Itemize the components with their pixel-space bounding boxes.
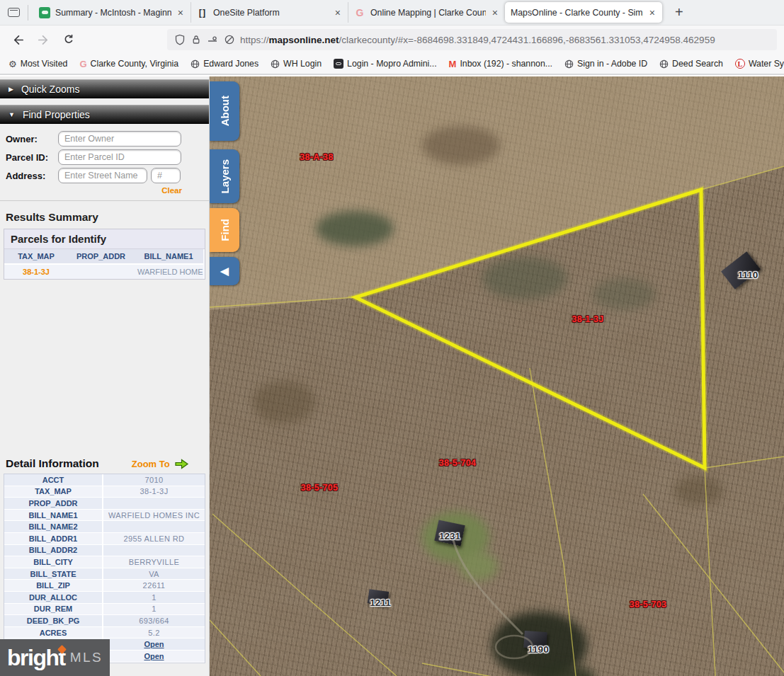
house-number-label: 1110 bbox=[738, 270, 759, 280]
tab-close-icon[interactable]: × bbox=[648, 8, 657, 18]
driveway-loop bbox=[496, 636, 533, 658]
bookmark-label: Water System bbox=[749, 59, 784, 69]
detail-field-value bbox=[103, 521, 205, 532]
owner-input[interactable] bbox=[58, 131, 181, 147]
new-tab-button[interactable]: + bbox=[671, 4, 688, 21]
reload-icon bbox=[62, 33, 75, 46]
street-number-input[interactable] bbox=[151, 168, 181, 183]
open-link[interactable]: Open bbox=[144, 652, 164, 660]
forward-arrow-icon bbox=[37, 33, 50, 47]
zoom-to-arrow-icon[interactable] bbox=[174, 459, 189, 469]
site-favicon bbox=[39, 7, 50, 18]
side-tab-find[interactable]: Find bbox=[210, 208, 239, 252]
bookmark-item[interactable]: Edward Jones bbox=[191, 59, 259, 69]
results-column-header: TAX_MAP bbox=[4, 249, 68, 265]
find-properties-header[interactable]: ▼ Find Properties bbox=[0, 105, 209, 124]
brightmls-logo: bright MLS bbox=[0, 639, 110, 676]
tab-close-icon[interactable]: × bbox=[334, 8, 342, 18]
results-grid: TAX_MAPPROP_ADDRBILL_NAME138-1-3JWARFIEL… bbox=[4, 249, 205, 279]
bookmarks-bar: ⚙Most VisitedGClarke County, VirginiaEdw… bbox=[0, 54, 784, 75]
results-summary-section: Results Summary Parcels for Identify TAX… bbox=[0, 211, 209, 280]
shield-icon[interactable] bbox=[174, 34, 186, 45]
detail-field-label: DUR_ALLOC bbox=[4, 592, 103, 603]
parcel-boundary-line bbox=[422, 663, 496, 676]
bookmark-item[interactable]: Deed Search bbox=[659, 59, 723, 69]
bookmark-label: WH Login bbox=[283, 59, 322, 69]
browser-chrome: Summary - McIntosh - Maginni×[]OneSite P… bbox=[0, 0, 784, 76]
bookmark-item[interactable]: ⚙Most Visited bbox=[8, 59, 67, 69]
reload-button[interactable] bbox=[58, 29, 79, 50]
results-cell-taxmap[interactable]: 38-1-3J bbox=[4, 265, 68, 279]
url-text: https://mapsonline.net/clarkecounty/#x=-… bbox=[240, 35, 715, 45]
tab-overview-icon[interactable] bbox=[4, 5, 23, 21]
find-properties-form: Owner: Parcel ID: Address: Clear bbox=[0, 124, 209, 201]
find-properties-label: Find Properties bbox=[23, 109, 90, 120]
globe-icon bbox=[564, 59, 574, 69]
g-favicon-icon: G bbox=[79, 59, 86, 69]
table-row: BILL_ZIP22611 bbox=[4, 580, 205, 592]
detail-field-label: DUR_REM bbox=[4, 604, 103, 615]
results-table: Parcels for Identify TAX_MAPPROP_ADDRBIL… bbox=[4, 229, 205, 280]
parcel-boundary-line bbox=[530, 368, 576, 676]
detail-information-section: Detail Information Zoom To ACCT7010TAX_M… bbox=[0, 457, 209, 663]
detail-field-value: 7010 bbox=[103, 474, 205, 486]
permissions-icon[interactable] bbox=[207, 34, 219, 45]
browser-tab[interactable]: GOnline Mapping | Clarke Count× bbox=[348, 2, 505, 23]
bookmark-item[interactable]: GClarke County, Virginia bbox=[79, 59, 178, 69]
tab-overview-glyph bbox=[8, 8, 20, 17]
parcel-id-label: 38-5-705 bbox=[301, 483, 338, 493]
collapsed-arrow-icon: ▶ bbox=[8, 86, 13, 93]
detail-field-value: Open bbox=[103, 651, 205, 662]
side-tab-collapse[interactable]: ◀ bbox=[210, 257, 239, 285]
map-viewport[interactable]: 38-A-3838-1-3J38-5-70438-5-70538-5-70311… bbox=[210, 76, 784, 676]
globe-icon bbox=[659, 59, 669, 69]
open-link[interactable]: Open bbox=[144, 640, 164, 648]
table-row: BILL_ADDR12955 ALLEN RD bbox=[4, 533, 205, 545]
parcel-id-label: 38-A-38 bbox=[300, 152, 333, 162]
bookmark-item[interactable]: Login - Mopro Admini... bbox=[334, 59, 436, 69]
street-name-input[interactable] bbox=[58, 168, 147, 183]
side-tab-label: About bbox=[219, 96, 231, 126]
detail-field-value: WARFIELD HOMES INC bbox=[103, 510, 205, 521]
site-favicon: [] bbox=[197, 7, 208, 18]
back-button[interactable] bbox=[7, 29, 28, 50]
tab-close-icon[interactable]: × bbox=[491, 8, 499, 18]
globe-icon bbox=[191, 59, 200, 69]
bookmark-item[interactable]: MInbox (192) - shannon... bbox=[449, 59, 552, 69]
driveway-path bbox=[453, 540, 523, 634]
bookmark-item[interactable]: Sign in - Adobe ID bbox=[564, 59, 647, 69]
results-column-header: BILL_NAME1 bbox=[134, 249, 203, 265]
brightmls-brand-text: bright bbox=[7, 646, 65, 669]
browser-tab[interactable]: MapsOnline - Clarke County - Simp× bbox=[505, 2, 662, 23]
detail-field-label: ACRES bbox=[4, 627, 103, 638]
detail-field-value: 5.2 bbox=[103, 627, 205, 638]
clear-link[interactable]: Clear bbox=[6, 186, 203, 195]
collapse-arrow-icon: ◀ bbox=[220, 265, 229, 277]
lock-icon[interactable] bbox=[191, 34, 202, 45]
globe-icon bbox=[271, 59, 280, 69]
url-bar[interactable]: https://mapsonline.net/clarkecounty/#x=-… bbox=[167, 29, 777, 50]
bookmark-item[interactable]: LWater System bbox=[735, 59, 784, 69]
bookmark-label: Sign in - Adobe ID bbox=[577, 59, 647, 69]
detail-field-label: BILL_NAME1 bbox=[4, 510, 103, 521]
parcel-id-input[interactable] bbox=[58, 149, 181, 165]
parcel-id-label: 38-5-704 bbox=[439, 458, 476, 468]
zoom-to-button[interactable]: Zoom To bbox=[132, 459, 170, 469]
table-row: BILL_ADDR2 bbox=[4, 545, 205, 557]
bookmark-item[interactable]: WH Login bbox=[271, 59, 322, 69]
browser-tab[interactable]: []OneSite Platform× bbox=[191, 2, 348, 23]
parcels-for-identify-header: Parcels for Identify bbox=[4, 229, 205, 249]
tracking-blocked-icon[interactable] bbox=[224, 34, 235, 45]
tab-close-icon[interactable]: × bbox=[176, 8, 185, 18]
side-tab-about[interactable]: About bbox=[210, 81, 239, 141]
detail-field-label: ACCT bbox=[4, 474, 103, 486]
table-row: DUR_REM1 bbox=[4, 604, 205, 616]
favicon-pill bbox=[42, 11, 48, 14]
side-tab-layers[interactable]: Layers bbox=[210, 149, 239, 203]
browser-tab[interactable]: Summary - McIntosh - Maginni× bbox=[33, 2, 191, 23]
bookmark-label: Edward Jones bbox=[203, 59, 259, 69]
mopro-glyph bbox=[336, 62, 341, 65]
brightmls-suffix-text: MLS bbox=[70, 650, 103, 665]
quick-zooms-header[interactable]: ▶ Quick Zooms bbox=[0, 79, 209, 98]
forward-button[interactable] bbox=[33, 29, 54, 50]
